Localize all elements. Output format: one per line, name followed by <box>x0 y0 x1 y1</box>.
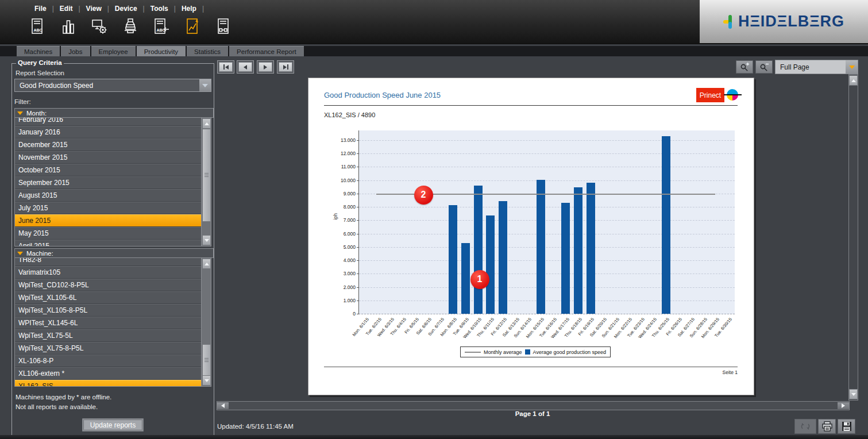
updated-timestamp: Updated: 4/5/16 11:45 AM <box>217 423 294 430</box>
header-bar: File| Edit| View| Device| Tools| Help| A… <box>0 0 868 44</box>
press-machine-icon[interactable] <box>122 17 139 36</box>
bar-chart-icon[interactable] <box>60 17 77 36</box>
legend-bar-series-label: Average good production speed <box>533 349 606 355</box>
print-button[interactable] <box>818 419 836 434</box>
scroll-up-button[interactable] <box>202 259 211 269</box>
machine-list-item[interactable]: WpiTest_XL105-8-P5L <box>15 304 202 317</box>
report-import-icon[interactable]: ABC <box>153 17 170 36</box>
menu-file[interactable]: File <box>29 3 52 14</box>
next-page-icon <box>259 62 272 72</box>
month-list-item[interactable]: May 2015 <box>15 227 202 240</box>
month-list: February 2016 January 2016 December 2015… <box>14 117 211 247</box>
gridline <box>359 220 735 221</box>
zoom-out-button[interactable] <box>755 60 773 74</box>
month-list-item-selected[interactable]: June 2015 <box>15 214 202 227</box>
month-list-item[interactable]: September 2015 <box>15 176 202 189</box>
machine-list-item[interactable]: WpiTest_XL75-8-P5L <box>15 342 202 355</box>
machine-list-item[interactable]: TH82-8 <box>15 258 202 266</box>
scroll-left-button[interactable] <box>217 402 229 409</box>
refresh-icon <box>800 422 811 431</box>
tab-performance-report[interactable]: Performance Report <box>229 46 304 56</box>
gridline <box>359 153 735 154</box>
print-icon <box>821 421 833 432</box>
tab-employee[interactable]: Employee <box>91 46 136 56</box>
process-report-icon[interactable] <box>215 17 232 36</box>
gridline <box>359 140 735 141</box>
refresh-button[interactable] <box>794 419 816 434</box>
bar <box>561 203 570 314</box>
machine-list-item[interactable]: WPITest_XL145-6L <box>15 317 202 329</box>
menu-help[interactable]: Help <box>176 3 202 14</box>
month-list-item[interactable]: January 2016 <box>15 126 202 138</box>
viewer-horizontal-scrollbar[interactable] <box>217 401 850 410</box>
next-page-button[interactable] <box>257 60 274 74</box>
machine-list-item[interactable]: XL106-extern * <box>15 367 202 380</box>
prinect-logo-bar <box>724 94 742 95</box>
scroll-up-button[interactable] <box>202 118 211 129</box>
annotation-callout-1: 1 <box>470 270 489 289</box>
dropdown-arrow-button[interactable] <box>199 79 211 91</box>
scrollbar-thumb[interactable] <box>202 344 211 376</box>
scroll-down-button[interactable] <box>202 375 211 386</box>
page-scale-dropdown[interactable]: Full Page <box>775 60 858 74</box>
system-settings-icon[interactable] <box>91 17 108 36</box>
y-tick-label: 10.000 <box>333 178 356 183</box>
page-footer-divider <box>324 367 738 367</box>
logo-blue-bar <box>728 22 732 29</box>
scroll-right-button[interactable] <box>838 402 849 409</box>
menu-tools[interactable]: Tools <box>145 3 174 14</box>
machine-list-scrollbar[interactable] <box>201 258 211 386</box>
y-tick-mark <box>357 207 359 207</box>
filter-label: Filter: <box>14 98 31 105</box>
month-list-item[interactable]: February 2016 <box>15 118 202 126</box>
scrollbar-thumb[interactable] <box>202 129 211 222</box>
save-button[interactable] <box>838 419 855 434</box>
machine-list-item[interactable]: WpiTest_XL75-5L <box>15 329 202 342</box>
dropdown-arrow-button[interactable] <box>846 60 858 74</box>
previous-page-button[interactable] <box>237 60 254 74</box>
zoom-in-button[interactable] <box>736 60 753 74</box>
scroll-down-button[interactable] <box>202 235 211 245</box>
month-section-header[interactable]: Month: <box>14 108 214 118</box>
machine-list-item[interactable]: WpiTest_CD102-8-P5L <box>15 279 202 291</box>
month-list-item[interactable]: July 2015 <box>15 202 202 214</box>
menu-view[interactable]: View <box>80 3 107 14</box>
month-list-item[interactable]: December 2015 <box>15 138 202 151</box>
menu-edit[interactable]: Edit <box>54 3 79 14</box>
report-document-icon[interactable]: ABC <box>29 17 46 36</box>
month-list-scrollbar[interactable] <box>201 118 211 246</box>
machine-list-item[interactable]: Varimatrix105 <box>15 266 202 279</box>
machine-section-header[interactable]: Machine: <box>14 248 214 258</box>
month-section-label: Month: <box>26 110 47 117</box>
menu-device[interactable]: Device <box>109 3 143 14</box>
y-tick-label: 6.000 <box>333 231 356 237</box>
month-list-item[interactable]: November 2015 <box>15 151 202 164</box>
update-reports-button[interactable]: Update reports <box>82 418 144 432</box>
month-list-item[interactable]: August 2015 <box>15 189 202 202</box>
first-page-button[interactable] <box>217 60 234 74</box>
scroll-up-button[interactable] <box>849 75 858 86</box>
month-list-item[interactable]: October 2015 <box>15 164 202 176</box>
tab-machines[interactable]: Machines <box>17 46 60 56</box>
arrow-left-icon <box>221 403 225 408</box>
report-selection-dropdown[interactable]: Good Production Speed <box>14 79 211 92</box>
tab-productivity[interactable]: Productivity <box>137 46 186 56</box>
machine-list-item[interactable]: WpiTest_XL105-6L <box>15 291 202 304</box>
application-window: File| Edit| View| Device| Tools| Help| A… <box>0 0 868 439</box>
bar <box>499 201 507 314</box>
last-page-button[interactable] <box>277 60 294 74</box>
viewer-vertical-scrollbar[interactable] <box>848 74 858 401</box>
tab-statistics[interactable]: Statistics <box>187 46 228 56</box>
offline-note-line1: Machines tagged by * are offline. <box>16 394 111 401</box>
month-list-item[interactable]: April 2015 <box>15 240 202 246</box>
y-tick-mark <box>357 274 359 274</box>
tab-jobs[interactable]: Jobs <box>61 46 90 56</box>
last-page-icon <box>279 62 292 72</box>
y-tick-label: 13.000 <box>333 137 356 143</box>
performance-report-icon[interactable] <box>184 17 201 36</box>
first-page-icon <box>219 62 233 72</box>
scroll-down-button[interactable] <box>849 389 858 399</box>
machine-list-item[interactable]: XL-106-8-P <box>15 355 202 367</box>
gridline <box>359 207 735 207</box>
machine-list-item-selected[interactable]: XL162_SIS <box>15 380 202 386</box>
